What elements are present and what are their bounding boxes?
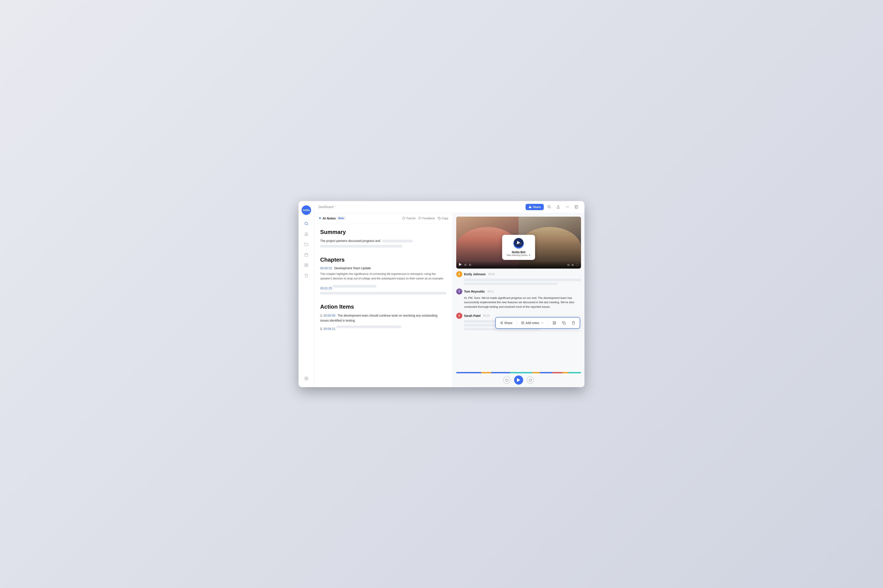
chapter-item-2: 00:01:25	[320, 285, 447, 294]
more-button[interactable]	[564, 203, 571, 211]
sidebar-item-list[interactable]	[302, 261, 311, 269]
svg-marker-25	[459, 263, 462, 266]
video-pip-ctrl[interactable]: ⧉	[572, 263, 574, 266]
popup-share-button[interactable]: Share	[499, 320, 514, 326]
video-play-button[interactable]	[514, 238, 523, 248]
seg-5	[532, 372, 540, 374]
popup-image-button[interactable]	[551, 320, 558, 326]
action-popup: Share Add notes	[495, 317, 580, 329]
svg-point-17	[568, 207, 569, 207]
feedback-button[interactable]: Feedback	[418, 217, 435, 220]
svg-point-36	[554, 322, 554, 322]
video-rewind-ctrl[interactable]: ↺	[464, 263, 466, 267]
breadcrumb-home[interactable]: Dashboard	[319, 205, 333, 208]
tom-name: Tom Reynolds	[464, 290, 484, 293]
video-bg: notta Notta Bot Take Meeting Notes 🎙	[456, 217, 581, 268]
playback-controls	[456, 375, 581, 385]
svg-rect-7	[307, 264, 308, 265]
panel-toggle-button[interactable]	[573, 203, 580, 211]
svg-rect-6	[305, 264, 306, 265]
popup-delete-button[interactable]	[570, 320, 577, 326]
action-item-1: 1. 00:00:50 The development team should …	[320, 313, 447, 323]
action-item-2: 2. 00:04:21	[320, 326, 447, 331]
emily-text-placeholder	[456, 279, 581, 285]
video-fullscreen-ctrl[interactable]: ⛶	[576, 263, 578, 266]
forward-button[interactable]	[526, 376, 534, 384]
action-2-placeholder	[336, 326, 401, 328]
svg-line-30	[501, 322, 502, 322]
seg-2	[481, 372, 491, 374]
search-header-button[interactable]	[546, 203, 553, 211]
emily-time: 00:02	[488, 273, 495, 276]
body-split: ✦ AI Notes Beta Tutorial Feedback	[314, 213, 585, 387]
video-minimize-ctrl[interactable]: ⊟	[567, 263, 570, 266]
svg-marker-24	[517, 241, 520, 244]
svg-line-1	[307, 224, 308, 225]
svg-point-10	[306, 378, 307, 379]
seg-8	[563, 372, 569, 374]
chapter-2-time[interactable]: 00:01:25	[320, 286, 332, 290]
action-items-heading: Action Items	[320, 303, 447, 310]
video-container: notta Notta Bot Take Meeting Notes 🎙	[453, 213, 585, 268]
breadcrumb-separator: /	[335, 205, 335, 208]
svg-point-12	[548, 206, 550, 208]
emily-speaker: E Emily Johnson 00:02	[456, 271, 581, 277]
share-button[interactable]: Share	[525, 204, 544, 210]
copy-button[interactable]: Copy	[438, 217, 448, 220]
svg-rect-18	[575, 206, 578, 208]
chapter-1-time[interactable]: 00:00:32	[320, 266, 332, 270]
chapter-1-name: Development Team Update	[334, 266, 371, 270]
svg-line-13	[550, 207, 551, 208]
video-play-ctrl[interactable]	[459, 263, 462, 267]
video-controls: ↺ ↻ ⊟ ⧉ ⛶	[456, 261, 581, 268]
summary-heading: Summary	[320, 229, 447, 236]
export-button[interactable]	[555, 203, 562, 211]
sidebar-item-calendar[interactable]	[302, 250, 311, 259]
popup-add-notes-button[interactable]: Add notes	[520, 320, 545, 326]
chapter-2-placeholder	[333, 285, 376, 288]
left-content: Summary The project partners discussed p…	[314, 224, 453, 387]
svg-rect-8	[307, 266, 308, 266]
popup-copy-button[interactable]	[561, 320, 567, 326]
transcript-entry-tom: T Tom Reynolds 00:11 Hi, PM. Sure. We've…	[456, 288, 581, 309]
progress-bar[interactable]	[456, 372, 581, 374]
sidebar-item-folder[interactable]	[302, 240, 311, 249]
emily-avatar: E	[456, 271, 462, 277]
tutorial-button[interactable]: Tutorial	[402, 217, 415, 220]
sidebar-item-trash[interactable]	[302, 271, 311, 280]
notta-bot-name: Notta Bot	[507, 250, 531, 254]
seg-7	[552, 372, 562, 374]
rewind-button[interactable]	[503, 376, 511, 384]
action-2-time[interactable]: 00:04:21	[323, 327, 335, 330]
beta-badge: Beta	[337, 216, 345, 220]
svg-line-29	[501, 323, 502, 323]
sarah-avatar: S	[456, 313, 462, 319]
svg-point-16	[567, 207, 568, 207]
chapter-1-desc: This chapter highlights the significance…	[320, 272, 447, 281]
action-1-time[interactable]: 00:00:50	[323, 314, 335, 317]
svg-marker-38	[517, 378, 520, 382]
svg-rect-2	[305, 254, 308, 256]
sidebar-item-search[interactable]	[302, 219, 311, 228]
notta-bot-subtitle: Take Meeting Notes 🎙	[507, 254, 531, 256]
sidebar-settings[interactable]	[302, 374, 311, 383]
seg-1	[456, 372, 481, 374]
ai-notes-actions: Tutorial Feedback Copy	[402, 217, 448, 220]
app-logo[interactable]: notta	[302, 206, 311, 215]
sidebar-item-home[interactable]	[302, 230, 311, 238]
tom-time: 00:11	[487, 290, 494, 293]
video-right-controls: ⊟ ⧉ ⛶	[567, 263, 578, 266]
seg-3	[491, 372, 510, 374]
play-main-button[interactable]	[514, 375, 523, 385]
summary-text: The project partners discussed progress …	[320, 238, 447, 243]
seg-4	[510, 372, 533, 374]
chapter-1-header: 00:00:32 Development Team Update	[320, 266, 447, 270]
svg-rect-11	[529, 207, 531, 208]
chapter-2-desc-placeholder	[320, 292, 447, 294]
svg-point-27	[500, 322, 501, 323]
svg-rect-23	[439, 218, 441, 219]
ai-notes-title: ✦ AI Notes Beta	[319, 216, 345, 220]
video-forward-ctrl[interactable]: ↻	[469, 263, 471, 267]
progress-section	[453, 370, 585, 387]
header-actions: Share	[525, 203, 580, 211]
